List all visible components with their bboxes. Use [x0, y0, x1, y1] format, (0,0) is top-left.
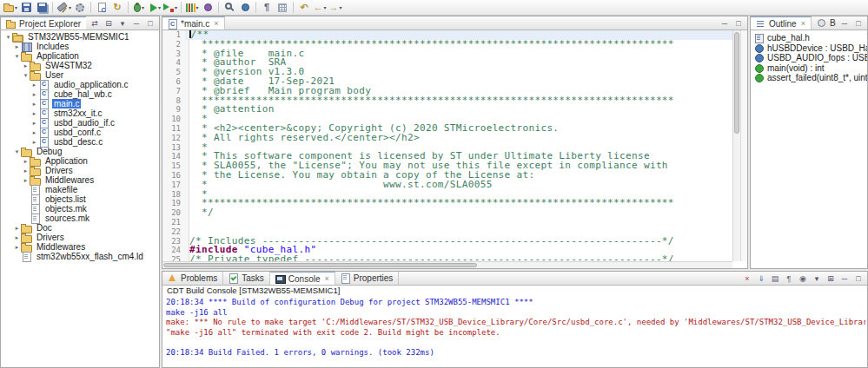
- save-button[interactable]: [18, 1, 34, 15]
- remove-all-terminated-button[interactable]: ×: [741, 273, 753, 284]
- profile-button[interactable]: [200, 1, 215, 15]
- tree-item-drivers[interactable]: ▸Drivers: [1, 166, 159, 175]
- code-line[interactable]: 12 * All rights reserved.</center></h2>: [162, 134, 732, 143]
- maximize-button[interactable]: □: [144, 17, 156, 29]
- expand-arrow-icon[interactable]: ▸: [13, 42, 21, 51]
- overview-ruler[interactable]: [740, 30, 747, 261]
- horizontal-scrollbar-thumb[interactable]: [163, 263, 477, 267]
- tree-item-user[interactable]: ▾User: [1, 70, 159, 80]
- maximize-button[interactable]: □: [852, 17, 865, 29]
- vertical-scrollbar-thumb[interactable]: [734, 32, 739, 134]
- forward-button[interactable]: →▾: [328, 1, 343, 15]
- manage-configurations-button[interactable]: [72, 1, 88, 15]
- tree-item-audio-application.c[interactable]: ▸audio_application.c: [1, 80, 159, 89]
- view-menu-button[interactable]: ▾: [116, 17, 129, 29]
- code-line[interactable]: 25/* Private typedef -------------------…: [162, 255, 732, 261]
- tree-item-includes[interactable]: ▸Includes: [1, 42, 159, 51]
- minimize-button[interactable]: ─: [838, 17, 851, 29]
- tree-item-application[interactable]: ▾Application: [1, 51, 159, 61]
- expand-arrow-icon[interactable]: ▸: [13, 242, 21, 252]
- run-button[interactable]: ▾: [147, 1, 162, 15]
- expand-arrow-icon[interactable]: ▸: [30, 137, 38, 147]
- minimize-button[interactable]: ─: [130, 17, 142, 29]
- expand-arrow-icon[interactable]: ▸: [30, 80, 38, 89]
- expand-arrow-icon[interactable]: ▸: [13, 233, 21, 242]
- expand-arrow-icon[interactable]: ▸: [22, 166, 30, 175]
- new-c-file-button[interactable]: [94, 1, 109, 15]
- tree-item-debug[interactable]: ▾Debug: [1, 147, 159, 156]
- tree-item-middlewares[interactable]: ▸Middlewares: [1, 242, 159, 252]
- maximize-button[interactable]: □: [852, 273, 865, 284]
- editor-vertical-scrollbar[interactable]: [732, 30, 740, 261]
- tree-item-usbd-audio-if.c[interactable]: ▸usbd_audio_if.c: [1, 118, 159, 128]
- tab-tasks[interactable]: Tasks: [223, 272, 270, 285]
- code-line[interactable]: 20 */: [162, 208, 732, 218]
- minimize-button[interactable]: ─: [838, 273, 851, 284]
- tree-item-sw4stm32[interactable]: ▸SW4STM32: [1, 61, 159, 70]
- tree-item-objects.mk[interactable]: objects.mk: [1, 204, 159, 214]
- tree-item-stm32wb55xx-flash-cm4.ld[interactable]: stm32wb55xx_flash_cm4.ld: [1, 252, 159, 261]
- expand-arrow-icon[interactable]: ▸: [30, 128, 38, 137]
- save-all-button[interactable]: [34, 1, 50, 15]
- tree-item-sources.mk[interactable]: sources.mk: [1, 214, 159, 223]
- link-with-editor-button[interactable]: ⇄: [89, 17, 101, 29]
- tab-console[interactable]: Console×: [270, 272, 335, 285]
- collapse-arrow-icon[interactable]: ▾: [22, 70, 30, 80]
- expand-arrow-icon[interactable]: ▸: [30, 108, 38, 118]
- back-button[interactable]: ←▾: [312, 1, 328, 15]
- editor-horizontal-scrollbar[interactable]: [162, 261, 732, 268]
- expand-arrow-icon[interactable]: ▸: [30, 118, 38, 128]
- maximize-button[interactable]: □: [732, 17, 745, 29]
- collapse-all-button[interactable]: ⊟: [103, 17, 115, 29]
- new-wizard-button[interactable]: ▾: [3, 1, 18, 15]
- last-edit-location-button[interactable]: ↶: [296, 1, 312, 15]
- code-line[interactable]: 17 * www.st.com/SLA0055: [162, 181, 732, 190]
- outline-item-main-void-[interactable]: main(void) : int: [751, 63, 867, 74]
- tab--main.c[interactable]: *main.c×: [162, 16, 225, 30]
- code-line[interactable]: 9 * @attention: [162, 105, 732, 115]
- show-whitespace-button[interactable]: ¶: [259, 1, 275, 15]
- tree-item-stm32xx-it.c[interactable]: ▸stm32xx_it.c: [1, 108, 159, 118]
- word-wrap-button[interactable]: ¶: [783, 273, 795, 284]
- collapse-arrow-icon[interactable]: ▾: [13, 51, 21, 61]
- tree-item-usbd-conf.c[interactable]: ▸usbd_conf.c: [1, 128, 159, 137]
- scroll-lock-button[interactable]: ▤: [769, 273, 781, 284]
- close-icon[interactable]: ×: [325, 274, 329, 283]
- expand-arrow-icon[interactable]: ▸: [22, 175, 30, 185]
- open-console-button[interactable]: ⊞: [825, 273, 837, 284]
- expand-arrow-icon[interactable]: ▸: [30, 99, 38, 108]
- tree-item-main.c[interactable]: ▸main.c: [1, 99, 159, 108]
- block-selection-button[interactable]: [275, 1, 290, 15]
- outline-item-usbd-audio-fops[interactable]: USBD_AUDIO_fops : USBD_AUDIO_: [751, 53, 867, 63]
- coverage-button[interactable]: ▾: [184, 1, 200, 15]
- debug-button[interactable]: ▾: [131, 1, 147, 15]
- outline-item-husbddevice[interactable]: hUSBDDevice : USBD_HandleTypeDef: [751, 43, 867, 54]
- outline-item-cube-hal.h[interactable]: cube_hal.h: [751, 33, 867, 43]
- expand-arrow-icon[interactable]: ▸: [13, 223, 21, 233]
- tab-project-explorer[interactable]: Project Explorer×: [1, 16, 86, 30]
- expand-arrow-icon[interactable]: ▸: [22, 61, 30, 70]
- tree-item-doc[interactable]: ▸Doc: [1, 223, 159, 233]
- tree-item-application[interactable]: ▸Application: [1, 156, 159, 166]
- outline-item-assert-failed-uint8-t-[interactable]: assert_failed(uint8_t*, uint32_t) : vo: [751, 73, 867, 83]
- tab-outline[interactable]: Outline×: [751, 16, 812, 30]
- tree-item-stm32wb55-memsmic1[interactable]: ▾STM32WB55-MEMSMIC1: [1, 32, 159, 42]
- tree-item-cube-hal-wb.c[interactable]: ▸cube_hal_wb.c: [1, 89, 159, 99]
- external-tools-button[interactable]: ▾: [162, 1, 178, 15]
- refresh-button[interactable]: ↻: [109, 1, 125, 15]
- pin-console-button[interactable]: ◉: [797, 273, 809, 284]
- scroll-to-bottom-button[interactable]: ⇓: [755, 273, 767, 284]
- tree-item-objects.list[interactable]: objects.list: [1, 194, 159, 204]
- build-button[interactable]: ▾: [56, 1, 72, 15]
- tree-item-usbd-desc.c[interactable]: ▸usbd_desc.c: [1, 137, 159, 147]
- expand-arrow-icon[interactable]: ▸: [30, 89, 38, 99]
- expand-arrow-icon[interactable]: ▸: [22, 156, 30, 166]
- toggle-breakpoint-button[interactable]: [237, 1, 253, 15]
- tree-item-makefile[interactable]: makefile: [1, 185, 159, 194]
- close-icon[interactable]: ×: [801, 19, 805, 28]
- console-output[interactable]: 20:18:34 **** Build of configuration Deb…: [166, 298, 865, 367]
- search-button[interactable]: [222, 1, 237, 15]
- collapse-arrow-icon[interactable]: ▾: [4, 32, 12, 42]
- code-line[interactable]: 21: [162, 218, 732, 227]
- display-selected-console-button[interactable]: ▾: [811, 273, 823, 284]
